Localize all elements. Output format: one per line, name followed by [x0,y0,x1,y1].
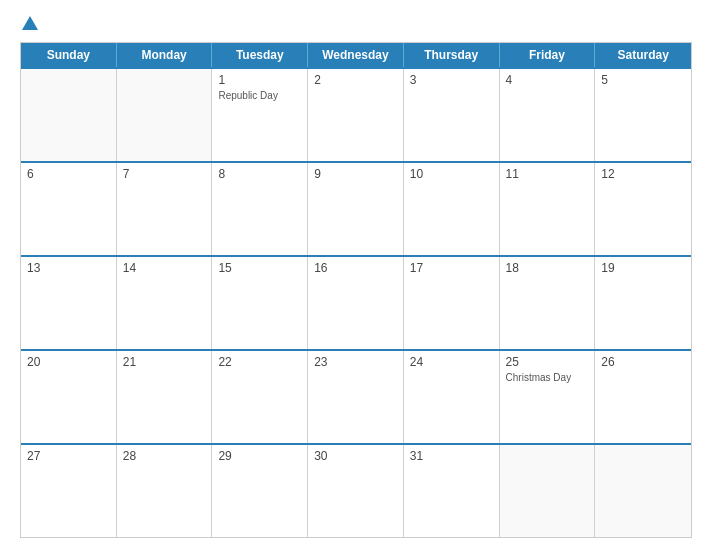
cal-cell: 12 [595,163,691,255]
cal-cell [21,69,117,161]
cal-cell: 4 [500,69,596,161]
day-number: 7 [123,167,206,181]
day-number: 20 [27,355,110,369]
day-number: 10 [410,167,493,181]
day-number: 8 [218,167,301,181]
day-number: 19 [601,261,685,275]
day-number: 12 [601,167,685,181]
cal-header-tuesday: Tuesday [212,43,308,67]
day-number: 14 [123,261,206,275]
page: SundayMondayTuesdayWednesdayThursdayFrid… [0,0,712,550]
day-number: 6 [27,167,110,181]
cal-cell: 15 [212,257,308,349]
header [20,18,692,32]
cal-cell: 31 [404,445,500,537]
calendar: SundayMondayTuesdayWednesdayThursdayFrid… [20,42,692,538]
cal-cell: 16 [308,257,404,349]
cal-cell: 20 [21,351,117,443]
cal-cell: 23 [308,351,404,443]
cal-cell: 8 [212,163,308,255]
day-number: 27 [27,449,110,463]
cal-header-friday: Friday [500,43,596,67]
day-number: 30 [314,449,397,463]
day-number: 1 [218,73,301,87]
cal-cell: 10 [404,163,500,255]
day-number: 24 [410,355,493,369]
cal-cell: 27 [21,445,117,537]
day-number: 23 [314,355,397,369]
day-number: 25 [506,355,589,369]
cal-cell: 29 [212,445,308,537]
cal-week-2: 6789101112 [21,161,691,255]
cal-cell [595,445,691,537]
day-number: 31 [410,449,493,463]
cal-cell: 9 [308,163,404,255]
cal-cell: 21 [117,351,213,443]
cal-cell: 17 [404,257,500,349]
cal-cell: 18 [500,257,596,349]
calendar-header-row: SundayMondayTuesdayWednesdayThursdayFrid… [21,43,691,67]
cal-cell: 5 [595,69,691,161]
day-number: 13 [27,261,110,275]
day-number: 21 [123,355,206,369]
day-number: 3 [410,73,493,87]
holiday-label: Republic Day [218,89,301,102]
cal-header-thursday: Thursday [404,43,500,67]
day-number: 11 [506,167,589,181]
logo [20,18,38,32]
cal-cell: 26 [595,351,691,443]
cal-cell: 24 [404,351,500,443]
cal-week-4: 202122232425Christmas Day26 [21,349,691,443]
day-number: 26 [601,355,685,369]
day-number: 15 [218,261,301,275]
cal-week-5: 2728293031 [21,443,691,537]
cal-cell: 28 [117,445,213,537]
cal-cell: 13 [21,257,117,349]
cal-header-monday: Monday [117,43,213,67]
day-number: 17 [410,261,493,275]
day-number: 9 [314,167,397,181]
cal-cell [117,69,213,161]
cal-cell: 3 [404,69,500,161]
cal-week-1: 1Republic Day2345 [21,67,691,161]
cal-week-3: 13141516171819 [21,255,691,349]
logo-triangle-icon [22,16,38,30]
cal-cell: 14 [117,257,213,349]
cal-cell: 11 [500,163,596,255]
day-number: 2 [314,73,397,87]
day-number: 29 [218,449,301,463]
day-number: 16 [314,261,397,275]
cal-cell: 19 [595,257,691,349]
cal-header-wednesday: Wednesday [308,43,404,67]
cal-cell: 30 [308,445,404,537]
cal-header-sunday: Sunday [21,43,117,67]
day-number: 22 [218,355,301,369]
cal-cell: 2 [308,69,404,161]
cal-cell: 7 [117,163,213,255]
calendar-body: 1Republic Day234567891011121314151617181… [21,67,691,537]
day-number: 5 [601,73,685,87]
cal-cell: 25Christmas Day [500,351,596,443]
day-number: 28 [123,449,206,463]
day-number: 18 [506,261,589,275]
day-number: 4 [506,73,589,87]
cal-cell [500,445,596,537]
cal-cell: 1Republic Day [212,69,308,161]
holiday-label: Christmas Day [506,371,589,384]
cal-cell: 22 [212,351,308,443]
cal-cell: 6 [21,163,117,255]
cal-header-saturday: Saturday [595,43,691,67]
